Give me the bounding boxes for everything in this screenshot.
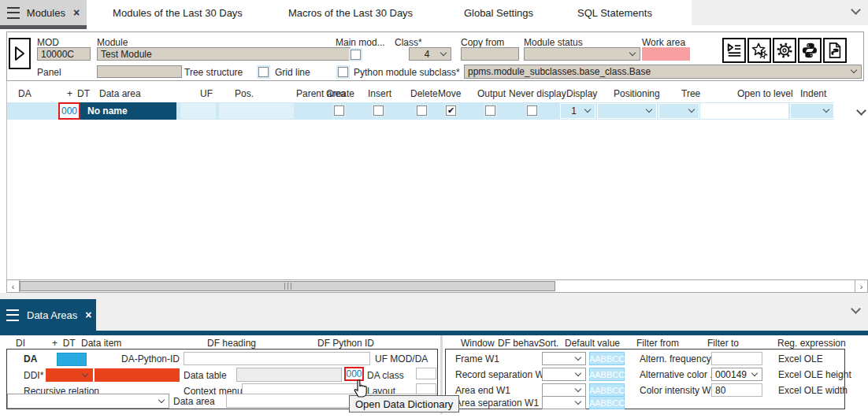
close-icon[interactable]: × [85,309,91,320]
col-plus[interactable]: + [67,88,72,99]
mod-label: MOD [37,37,59,48]
python-subclass-select[interactable]: ppms.module_subclasses.base_class.Base [464,65,862,79]
row-display-select[interactable]: 1 [560,103,595,119]
ddi-label: DDI* [24,370,43,381]
python-subclass-label: Python module subclass* [354,67,460,78]
col-da: DA [18,88,32,99]
app-window: Modules × Modules of the Last 30 Days Ma… [0,0,868,418]
scroll-left-button[interactable]: ‹ [7,280,20,292]
col-create: Create [326,88,354,99]
thumb-grip-icon [284,283,291,290]
frame-w1-color-swatch[interactable]: AABBCC [589,352,625,365]
row-uf-cell[interactable] [180,103,216,119]
area-end-w1-label: Area end W1 [455,385,510,396]
da-python-id-label: DA-Python-ID [118,353,180,364]
da-color-field[interactable] [57,353,87,366]
data-area-label: Data area [173,396,215,407]
area-end-w1-select[interactable] [542,383,586,397]
tab-macros-last-30-days[interactable]: Macros of the Last 30 Days [268,0,433,25]
module-status-select[interactable] [524,47,640,61]
tab-data-areas-label: Data Areas [27,309,77,321]
area-end-w1-color-swatch[interactable]: AABBCC [589,383,625,397]
module-form-panel: MOD 10000C Module Test Module Main mod..… [6,31,864,81]
frame-w1-select[interactable] [542,352,586,365]
area-separation-w1-label: Area separation W1 [455,398,539,409]
work-area-label: Work area [642,37,685,48]
grid-line-checkbox[interactable] [258,67,269,77]
col-display: Display [566,88,597,99]
row-never-display-checkbox[interactable] [527,105,537,116]
scrollbar-thumb[interactable] [20,281,555,291]
tab-modules-last-30-days[interactable]: Modules of the Last 30 Days [93,0,262,25]
col-indent: Indent [800,88,826,99]
tab-global-settings[interactable]: Global Settings [447,0,550,25]
panel-field[interactable] [97,65,182,78]
alternative-color-label: Alternative color ... [640,369,718,380]
python-icon [801,42,818,59]
tab-data-areas[interactable]: Data Areas × [0,299,96,331]
table-row[interactable]: 000 No name ✔ 1 [7,102,834,120]
run-module-button[interactable] [9,38,31,69]
active-tab-indicator [0,25,87,29]
da-class-field[interactable] [416,368,436,379]
class-select[interactable]: 4 [409,47,451,61]
module-status-label: Module status [524,37,583,48]
record-separation-w1-color-swatch[interactable]: AABBCC [589,368,625,381]
row-insert-checkbox[interactable] [373,105,384,116]
hamburger-icon[interactable] [6,309,19,321]
row-data-area-cell[interactable]: No name [80,102,176,120]
area-separation-w1-color-swatch[interactable]: AABBCC [589,396,625,409]
alternative-color-select[interactable]: 000149 [711,368,762,381]
python-subclass-checkbox[interactable] [338,67,348,77]
tab-modules[interactable]: Modules × [0,0,87,25]
work-area-field[interactable] [642,47,690,61]
ddi-color-field[interactable] [95,368,180,382]
hamburger-icon[interactable] [7,7,20,19]
copy-from-field[interactable] [461,47,519,61]
row-delete-checkbox[interactable] [417,105,427,116]
star-settings-button[interactable] [747,38,771,63]
col-data-area: Data area [99,88,141,99]
row-positioning-select[interactable] [597,103,657,119]
col-plus-dt[interactable]: + DT [52,338,76,349]
row-move-checkbox[interactable]: ✔ [446,105,456,116]
main-mod-checkbox[interactable] [351,50,361,60]
da-class-label: DA class [367,370,404,381]
da-python-id-field[interactable] [184,352,370,365]
run-sequence-button[interactable] [722,38,746,63]
python-file-button[interactable] [823,38,847,63]
row-output-checkbox[interactable] [485,105,495,116]
settings-gear-icon [776,42,793,59]
color-intensity-w1-field[interactable]: 80 [711,383,762,397]
settings-button[interactable] [773,38,796,63]
module-field[interactable]: Test Module [97,47,351,61]
row-create-checkbox[interactable] [334,105,344,116]
close-icon[interactable]: × [73,7,80,18]
col-df-behav: DF behav. [498,338,540,349]
panel-label: Panel [37,67,61,78]
recursive-relation-select[interactable] [7,394,169,409]
mod-field[interactable]: 10000C [37,47,91,61]
data-areas-accent-bar [0,331,868,335]
run-sequence-icon [725,42,743,59]
row-tree-select[interactable] [658,103,699,119]
tab-sql-statements[interactable]: SQL Statements [558,0,672,25]
record-separation-w1-select[interactable] [542,368,586,381]
col-df-heading: DF heading [207,338,256,349]
chevron-down-icon[interactable] [851,304,861,314]
tree-structure-label: Tree structure [184,67,243,78]
row-overflow-chevron-icon[interactable] [856,105,866,116]
data-areas-bar: Data Areas × [0,293,868,331]
row-dt-cell[interactable]: 000 [58,102,80,120]
area-separation-w1-select[interactable] [542,396,586,409]
horizontal-scrollbar[interactable]: ‹ › [6,279,868,293]
row-parent-area-cell[interactable] [219,103,294,119]
scroll-right-button[interactable]: › [855,280,867,292]
row-open-to-level-field[interactable] [700,103,788,119]
excel-ole-width-label: Excel OLE width [778,385,848,396]
data-table-field[interactable] [236,368,342,382]
python-button[interactable] [798,38,822,63]
ddi-select[interactable] [46,368,93,382]
altern-frequency-field[interactable] [711,352,762,365]
row-indent-select[interactable] [790,103,834,119]
